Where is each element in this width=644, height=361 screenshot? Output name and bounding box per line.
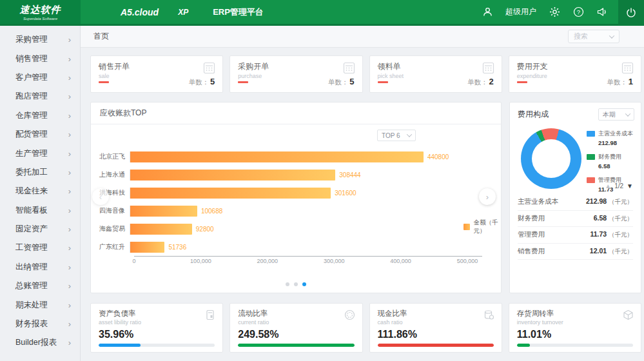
count-value: 1 [629,77,633,86]
progress-fill [99,344,141,347]
bar-chart: 北京正飞440800 上海永通308444 洪海科技301600 四海音像100… [99,148,463,256]
bar-value: 440800 [427,153,449,161]
chevron-right-icon: › [68,54,71,64]
nav-a5cloud[interactable]: A5.cloud [121,7,159,17]
chevron-right-icon: › [68,186,71,196]
legend-item: 主营业务成本 212.98 [587,130,633,146]
carousel-dot[interactable] [302,282,306,286]
chevron-right-icon: › [68,92,71,101]
count-value: 5 [349,77,354,86]
sidebar-item-warehouse[interactable]: 仓库管理› [0,106,80,125]
carousel-dot[interactable] [294,282,298,286]
ratio-card-asset-liability: 资产负债率 asset libility ratio 35.96% [90,303,223,353]
logo-title: 速达软件 [20,4,61,16]
carousel-dot[interactable] [286,282,289,286]
kpi-card-pick-sheet[interactable]: 领料单 pick sheet 单数：2 [369,55,502,93]
top-n-select[interactable]: TOP 6 [377,130,416,141]
pager-down-icon[interactable]: ▼ [627,182,633,190]
count-value: 2 [489,77,494,86]
sidebar-item-financial-reports[interactable]: 财务报表› [0,315,80,333]
database-coins-icon [483,309,494,320]
sidebar-item-customer[interactable]: 客户管理› [0,68,80,87]
list-item: 财务费用6.58 （千元） [518,211,633,228]
bar-value: 51736 [168,244,186,251]
ratio-value: 249.58% [238,329,354,340]
sidebar-item-outsourcing[interactable]: 委托加工› [0,163,80,182]
list-item: 管理费用11.73 （千元） [518,227,633,244]
current-user-label[interactable]: 超级用户 [505,6,536,17]
user-icon[interactable] [482,6,493,18]
legend-item: 财务费用 6.58 [587,153,633,170]
chevron-right-icon: › [68,281,71,291]
progress-fill [517,344,530,347]
sidebar-item-general-ledger[interactable]: 总账管理› [0,277,80,295]
help-icon[interactable]: ? [572,6,584,18]
calculator-icon [621,62,634,74]
svg-text:?: ? [576,8,580,15]
bar-row: 四海音像100688 [99,202,463,220]
kpi-card-expenditure[interactable]: 费用开支 expenditure 单数：1 [509,55,641,93]
calculator-icon [343,62,355,74]
nav-erp-platform[interactable]: ERP管理平台 [213,6,264,18]
nav-xp[interactable]: XP [178,8,188,17]
expense-composition-panel: 费用构成 本期 主营业务成本 212.98 财务费用 6.58 [509,102,641,293]
chevron-right-icon: › [68,73,71,83]
bar-row: 上海永通308444 [99,166,463,184]
chevron-right-icon: › [68,206,71,215]
chevron-right-icon: › [68,243,71,253]
settings-gear-icon[interactable] [549,6,560,18]
sidebar-item-payroll[interactable]: 工资管理› [0,239,80,257]
trend-dash [517,81,527,83]
app-logo: 速达软件 Superdata Software [0,0,81,26]
kpi-card-purchase-order[interactable]: 采购开单 purchase 单数：5 [229,55,362,93]
carousel-prev-button[interactable]: ‹ [92,188,109,205]
kpi-card-row: 销售开单 sale 单数：5 采购开单 purchase 单数：5 领料单 pi… [90,55,641,93]
logout-power-button[interactable] [618,0,644,26]
sidebar-item-purchase[interactable]: 采购管理› [0,30,80,49]
ratio-value: 11.01% [517,329,633,340]
ratio-card-row: 资产负债率 asset libility ratio 35.96% 流动比率 c… [90,303,641,346]
chevron-down-icon [625,111,630,116]
bar-row: 洪海科技301600 [99,184,463,202]
bar-value: 308444 [339,171,360,179]
expense-legend-swatch [587,177,595,183]
pager-up-icon[interactable]: ▲ [605,182,611,190]
calculator-icon [482,62,494,74]
trend-dash [378,81,388,83]
bar-fill [130,188,331,199]
sidebar-item-distribution[interactable]: 配货管理› [0,125,80,144]
sidebar-item-builder-reports[interactable]: Builder报表› [0,333,80,352]
bar-fill [130,224,192,235]
calculator-device-icon [205,309,215,320]
sidebar-item-sales[interactable]: 销售管理› [0,49,80,68]
chevron-right-icon: › [68,111,71,121]
sidebar-item-store-visit[interactable]: 跑店管理› [0,87,80,106]
search-input[interactable]: 搜索 [568,30,620,43]
chevron-right-icon: › [68,224,71,234]
chevron-right-icon: › [68,319,71,329]
sidebar-item-smart-board[interactable]: 智能看板› [0,201,80,220]
period-select[interactable]: 本期 [598,108,634,121]
sidebar-item-production[interactable]: 生产管理› [0,144,80,162]
announcement-horn-icon[interactable] [596,6,608,18]
sidebar-item-fixed-assets[interactable]: 固定资产› [0,220,80,239]
expense-donut-chart [521,128,581,189]
chevron-right-icon: › [68,168,71,177]
expense-legend-swatch [587,131,595,137]
sidebar-item-cashier[interactable]: 出纳管理› [0,258,80,277]
expense-legend-swatch [587,154,595,160]
sidebar-item-cash-flow[interactable]: 现金往来› [0,182,80,200]
list-item: 销售费用12.01 （千元） [518,244,633,260]
x-axis-line [134,256,482,257]
receivables-top-panel: 应收账款TOP TOP 6 北京正飞440800 上海永通308444 洪海科技… [90,102,502,293]
calculator-icon [203,62,215,74]
kpi-card-sales-order[interactable]: 销售开单 sale 单数：5 [90,55,223,93]
carousel-next-button[interactable]: › [479,188,496,205]
chevron-right-icon: › [68,338,71,347]
progress-bar [99,344,215,347]
sidebar-item-period-end[interactable]: 期末处理› [0,295,80,314]
bar-fill [130,151,424,162]
expense-panel-title: 费用构成 [518,109,549,120]
tab-home[interactable]: 首页 [93,31,109,42]
bar-value: 301600 [335,190,356,197]
